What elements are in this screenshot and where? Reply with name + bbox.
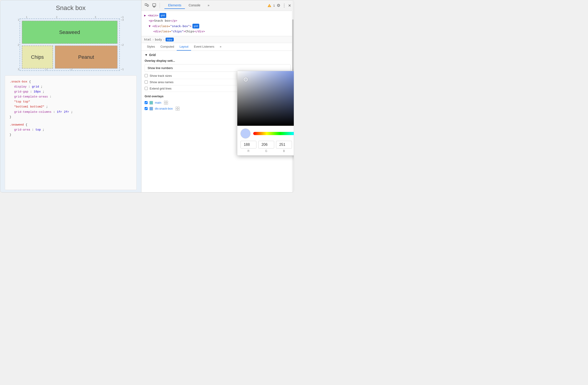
- devtools-toolbar: Elements Console » ! 1 ⚙ ⋮ ✕: [141, 0, 294, 11]
- color-picker-bottom: R G B ⇅: [237, 126, 294, 155]
- rgb-b-input[interactable]: [276, 141, 292, 149]
- code-prop: grid-gap: [14, 90, 28, 93]
- tab-console[interactable]: Console: [185, 2, 204, 9]
- code-line: }: [10, 132, 132, 137]
- overlay-main-icon: [164, 101, 168, 105]
- code-string: "bottom1 bottom2": [14, 105, 44, 108]
- overlay-snackbox-label: div.snack-box: [155, 107, 173, 110]
- rgb-b-group: B: [276, 141, 292, 153]
- svg-rect-13: [178, 107, 179, 108]
- code-line: .seaweed {: [10, 122, 132, 127]
- show-area-names-label: Show area names: [150, 80, 173, 84]
- toolbar-separator: [160, 3, 160, 8]
- show-area-names-checkbox[interactable]: [145, 80, 148, 84]
- show-track-sizes-checkbox[interactable]: [145, 74, 148, 77]
- breadcrumb-nav[interactable]: nav: [166, 38, 173, 42]
- grid-num: −2: [121, 43, 124, 46]
- code-line: grid-template-columns : 1fr 2fr ;: [10, 109, 132, 115]
- code-value: 1fr 2fr: [57, 110, 69, 114]
- code-line: grid-template-areas :: [10, 94, 132, 99]
- code-class: .snack-box: [10, 80, 27, 83]
- rgb-g-input[interactable]: [258, 141, 274, 149]
- color-picker-row1: [240, 128, 294, 139]
- dom-tree: ▶ <main> grid <p> Snack box </p> ▼ <div …: [141, 11, 294, 36]
- overlay-snackbox-color[interactable]: [149, 107, 153, 110]
- rgb-r-input[interactable]: [240, 141, 256, 149]
- show-line-numbers-row: Show line numbers: [145, 64, 291, 72]
- show-track-sizes-label: Show track sizes: [150, 74, 172, 77]
- svg-text:!: !: [269, 5, 270, 7]
- tab-layout[interactable]: Layout: [177, 43, 191, 51]
- code-line: display : grid ;: [10, 84, 132, 89]
- svg-rect-12: [176, 107, 177, 108]
- svg-rect-11: [166, 103, 168, 105]
- overlay-main-color[interactable]: [149, 101, 153, 105]
- panel-tabs: Styles Computed Layout Event Listeners »: [141, 43, 294, 51]
- hue-slider[interactable]: [253, 132, 294, 135]
- extend-grid-lines-label: Extend grid lines: [150, 87, 171, 90]
- extend-grid-lines-checkbox[interactable]: [145, 87, 148, 90]
- code-line: .snack-box {: [10, 79, 132, 84]
- grid-num: 3: [18, 68, 19, 71]
- overlay-main-label: main: [155, 101, 161, 104]
- cell-peanut: Peanut: [55, 45, 118, 68]
- code-class: .seaweed: [10, 123, 24, 127]
- grid-preview-area: 1 2 3 −1 1 −3 2 −2 3 −1 −3 −2 Seaweed Ch…: [17, 14, 124, 73]
- breadcrumb-html[interactable]: html: [144, 38, 151, 41]
- dom-line: <p> Snack box </p>: [144, 18, 291, 23]
- tab-more-panels[interactable]: »: [217, 43, 224, 51]
- dom-badge-grid: grid: [159, 13, 166, 18]
- overlay-snackbox-icon: [176, 107, 180, 111]
- svg-rect-9: [166, 101, 168, 103]
- overlay-main-checkbox[interactable]: [145, 101, 147, 104]
- code-line: }: [10, 115, 132, 120]
- rgb-g-label: G: [265, 150, 267, 153]
- tab-more[interactable]: »: [204, 2, 213, 9]
- more-options-icon[interactable]: ⋮: [282, 3, 286, 8]
- grid-num: −1: [121, 68, 124, 71]
- chips-label: Chips: [31, 54, 44, 60]
- code-prop: grid-template-columns: [14, 110, 51, 114]
- dom-line: ▶ <main> grid: [144, 13, 291, 18]
- rgb-inputs: R G B ⇅: [240, 141, 294, 153]
- rgb-spinner[interactable]: ⇅: [294, 141, 294, 153]
- breadcrumb-body[interactable]: body: [155, 38, 162, 41]
- grid-num: 1: [18, 19, 19, 21]
- tab-elements[interactable]: Elements: [165, 2, 185, 9]
- tab-event-listeners[interactable]: Event Listeners: [191, 43, 217, 51]
- svg-rect-0: [145, 4, 147, 5]
- rgb-g-group: G: [258, 141, 274, 153]
- code-line: grid-area : top ;: [10, 127, 132, 132]
- cell-seaweed: Seaweed: [22, 21, 118, 44]
- peanut-label: Peanut: [78, 54, 94, 60]
- code-string: "top top": [14, 100, 30, 104]
- seaweed-label: Seaweed: [59, 29, 80, 35]
- cell-chips: Chips: [22, 45, 53, 68]
- show-line-numbers-label: Show line numbers: [147, 66, 173, 70]
- code-prop: grid-template-areas: [14, 95, 48, 98]
- dom-tag: ▶ <main>: [144, 13, 159, 18]
- grid-container: Seaweed Chips Peanut: [20, 19, 120, 71]
- code-prop: grid-area: [14, 128, 30, 131]
- code-value: grid: [32, 85, 39, 88]
- code-prop: display: [14, 85, 27, 88]
- svg-rect-15: [178, 109, 179, 110]
- code-value: 10px: [34, 90, 41, 93]
- settings-icon[interactable]: ⚙: [277, 3, 280, 8]
- close-icon[interactable]: ✕: [288, 3, 291, 8]
- grid-title: Grid: [149, 53, 156, 57]
- color-gradient[interactable]: [237, 71, 294, 126]
- code-panel: .snack-box { display : grid ; grid-gap :…: [5, 75, 137, 190]
- device-icon[interactable]: [151, 3, 157, 8]
- code-line: "bottom1 bottom2" ;: [10, 104, 132, 109]
- overlay-snackbox-checkbox[interactable]: [145, 107, 147, 110]
- tab-computed[interactable]: Computed: [158, 43, 177, 51]
- tab-styles[interactable]: Styles: [144, 43, 158, 51]
- inspector-icon[interactable]: [144, 3, 150, 8]
- color-picker-popup: R G B ⇅: [237, 71, 294, 156]
- svg-rect-10: [164, 103, 166, 105]
- grid-num: 2: [18, 43, 19, 46]
- grid-section-title: ▼ Grid: [145, 53, 291, 57]
- color-picker-handle[interactable]: [244, 77, 248, 82]
- warning-count: 1: [273, 4, 275, 7]
